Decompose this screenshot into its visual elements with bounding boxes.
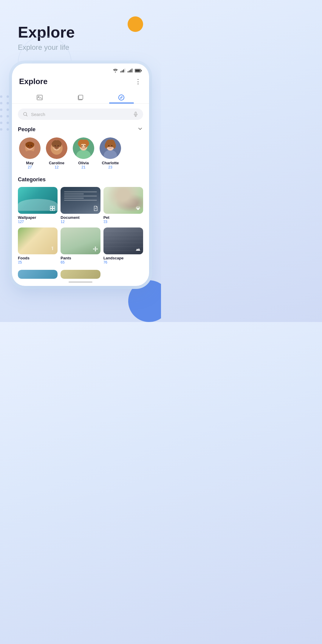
avatar-caroline	[46, 137, 67, 159]
svg-rect-6	[130, 69, 131, 72]
person-olivia[interactable]: Olivia 21	[72, 137, 95, 169]
search-bar[interactable]: Search	[18, 109, 143, 120]
svg-point-38	[81, 145, 83, 146]
svg-rect-19	[135, 112, 137, 115]
album-icon	[77, 94, 84, 101]
people-section-header: People	[18, 126, 143, 133]
person-olivia-name: Olivia	[78, 161, 89, 165]
people-section-title: People	[18, 126, 35, 133]
blue-circle-decoration	[128, 280, 161, 322]
person-may-count: 27	[28, 165, 32, 169]
fork-icon	[50, 246, 55, 253]
landscape-count: 76	[103, 260, 143, 264]
svg-point-60	[96, 248, 98, 250]
search-icon	[23, 112, 28, 117]
svg-rect-11	[37, 95, 42, 100]
categories-section: Categories	[12, 173, 149, 267]
svg-point-31	[55, 145, 56, 146]
category-pet[interactable]: Pet 23	[103, 187, 143, 225]
svg-rect-3	[125, 69, 126, 72]
svg-point-26	[28, 145, 29, 146]
svg-point-34	[58, 147, 61, 148]
wallpaper-count: 127	[18, 220, 58, 224]
landscape-thumb	[103, 227, 143, 254]
svg-rect-7	[132, 69, 133, 72]
person-olivia-count: 21	[81, 165, 85, 169]
flower-icon	[93, 246, 98, 253]
category-pants[interactable]: Pants 65	[61, 227, 100, 265]
wallpaper-thumb	[18, 187, 58, 214]
svg-point-27	[31, 145, 32, 146]
signal1-icon	[120, 68, 125, 73]
svg-point-43	[108, 145, 109, 146]
wallpaper-icon	[50, 206, 55, 212]
wallpaper-label: Wallpaper	[18, 215, 58, 220]
person-caroline[interactable]: Caroline 12	[45, 137, 69, 169]
people-section: People	[12, 122, 149, 173]
tab-albums[interactable]	[60, 91, 101, 103]
mic-icon[interactable]	[133, 112, 138, 117]
category-foods[interactable]: Foods 25	[18, 227, 58, 265]
svg-point-51	[137, 208, 139, 210]
person-may-name: May	[26, 161, 33, 165]
person-charlotte[interactable]: Charlotte 23	[98, 137, 122, 169]
category-more-2[interactable]	[61, 270, 100, 279]
person-may[interactable]: May 27	[18, 137, 42, 169]
pants-label: Pants	[61, 256, 100, 260]
svg-rect-4	[128, 71, 129, 72]
svg-point-59	[93, 248, 95, 250]
pet-thumb	[103, 187, 143, 214]
phone-mockup: Explore ⋮	[12, 64, 149, 286]
menu-button[interactable]: ⋮	[135, 78, 142, 86]
svg-point-56	[95, 248, 96, 250]
svg-rect-5	[129, 70, 130, 72]
category-more-1[interactable]	[18, 270, 58, 279]
svg-point-44	[111, 145, 112, 146]
paw-icon	[135, 206, 141, 212]
categories-section-header: Categories	[18, 177, 143, 183]
wifi-icon	[113, 68, 118, 73]
document-label: Document	[61, 215, 100, 220]
phone-bottom	[12, 280, 149, 286]
svg-rect-47	[50, 209, 52, 211]
landscape-label: Landscape	[103, 256, 143, 260]
svg-point-33	[52, 147, 55, 148]
search-input[interactable]: Search	[31, 112, 130, 117]
svg-point-39	[84, 145, 86, 146]
pet-count: 23	[103, 220, 143, 224]
svg-point-57	[95, 247, 96, 248]
document-count: 12	[61, 220, 100, 224]
mountain-icon	[135, 246, 141, 253]
pants-count: 65	[61, 260, 100, 264]
svg-rect-14	[79, 95, 83, 99]
more-categories-row	[12, 267, 149, 279]
svg-point-55	[138, 206, 139, 207]
chevron-down-icon[interactable]	[137, 126, 143, 133]
svg-rect-48	[53, 209, 55, 211]
document-thumb	[61, 187, 100, 214]
category-landscape[interactable]: Landscape 76	[103, 227, 143, 265]
avatar-olivia	[73, 137, 94, 159]
tab-explore[interactable]	[101, 91, 142, 103]
pet-label: Pet	[103, 215, 143, 220]
app-title: Explore	[19, 77, 47, 86]
category-document[interactable]: Document 12	[61, 187, 100, 225]
tab-photos[interactable]	[19, 91, 60, 103]
tab-bar	[12, 91, 149, 104]
foods-count: 25	[18, 260, 58, 264]
foods-thumb	[18, 227, 58, 254]
svg-point-52	[136, 208, 137, 209]
avatar-charlotte	[100, 137, 121, 159]
svg-rect-0	[120, 71, 121, 72]
svg-rect-1	[122, 70, 123, 72]
svg-rect-9	[135, 69, 140, 72]
category-wallpaper[interactable]: Wallpaper 127	[18, 187, 58, 225]
search-container: Search	[12, 104, 149, 122]
doc-icon	[93, 206, 98, 212]
signal2-icon	[128, 68, 132, 73]
person-charlotte-name: Charlotte	[102, 161, 119, 165]
svg-rect-2	[123, 69, 124, 72]
compass-icon	[118, 94, 125, 101]
foods-label: Foods	[18, 256, 58, 260]
pants-thumb	[61, 227, 100, 254]
